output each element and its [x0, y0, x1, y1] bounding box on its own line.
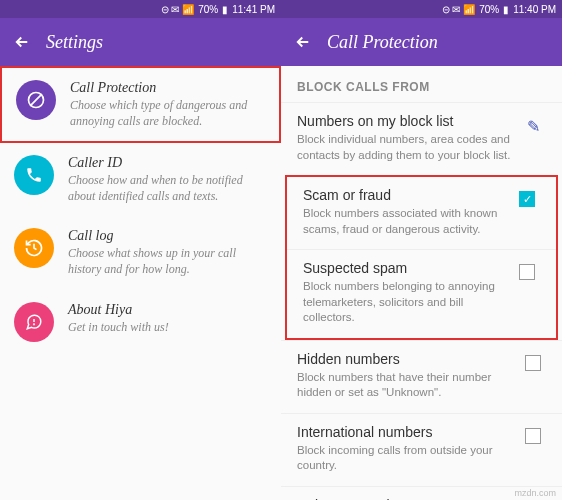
edit-icon[interactable]: ✎: [527, 117, 540, 136]
settings-item-about[interactable]: About Hiya Get in touch with us!: [0, 290, 281, 354]
item-title: Caller ID: [68, 155, 267, 171]
phone-icon: [14, 155, 54, 195]
right-screen: ⊝ ✉ 📶 70% ▮ 11:40 PM Call Protection BLO…: [281, 0, 562, 500]
pref-hidden-numbers[interactable]: Hidden numbers Block numbers that have t…: [281, 340, 562, 413]
pref-title: Hidden numbers: [297, 351, 512, 367]
checkbox-spam[interactable]: [519, 264, 535, 280]
item-desc: Get in touch with us!: [68, 320, 267, 336]
status-bar-right: ⊝ ✉ 📶 70% ▮ 11:40 PM: [281, 0, 562, 18]
appbar-title: Settings: [46, 32, 103, 53]
pref-title: Scam or fraud: [303, 187, 506, 203]
battery-icon: ▮: [503, 4, 509, 15]
shield-slash-icon: [16, 80, 56, 120]
pref-desc: Block individual numbers, area codes and…: [297, 132, 512, 163]
item-desc: Choose how and when to be notified about…: [68, 173, 267, 204]
item-title: Call Protection: [70, 80, 265, 96]
settings-item-caller-id[interactable]: Caller ID Choose how and when to be noti…: [0, 143, 281, 216]
app-bar-right: Call Protection: [281, 18, 562, 66]
pref-suspected-spam[interactable]: Suspected spam Block numbers belonging t…: [287, 249, 556, 338]
pref-international[interactable]: International numbers Block incoming cal…: [281, 413, 562, 486]
pref-desc: Block numbers belonging to annoying tele…: [303, 279, 506, 326]
battery-text: 70%: [198, 4, 218, 15]
status-icons: ⊝ ✉ 📶: [161, 4, 195, 15]
pref-block-list[interactable]: Numbers on my block list Block individua…: [281, 102, 562, 175]
battery-icon: ▮: [222, 4, 228, 15]
item-desc: Choose which type of dangerous and annoy…: [70, 98, 265, 129]
settings-item-call-protection[interactable]: Call Protection Choose which type of dan…: [0, 66, 281, 143]
chat-alert-icon: [14, 302, 54, 342]
app-bar-left: Settings: [0, 18, 281, 66]
section-header: BLOCK CALLS FROM: [281, 66, 562, 102]
pref-title: Numbers on my block list: [297, 113, 512, 129]
clock-text: 11:41 PM: [232, 4, 275, 15]
highlighted-prefs: Scam or fraud Block numbers associated w…: [285, 175, 558, 340]
settings-item-call-log[interactable]: Call log Choose what shows up in your ca…: [0, 216, 281, 289]
history-icon: [14, 228, 54, 268]
item-desc: Choose what shows up in your call histor…: [68, 246, 267, 277]
appbar-title: Call Protection: [327, 32, 438, 53]
back-button[interactable]: [10, 30, 34, 54]
clock-text: 11:40 PM: [513, 4, 556, 15]
pref-title: International numbers: [297, 424, 512, 440]
svg-point-3: [34, 323, 35, 324]
checkbox-scam[interactable]: [519, 191, 535, 207]
item-title: About Hiya: [68, 302, 267, 318]
pref-desc: Block incoming calls from outside your c…: [297, 443, 512, 474]
left-screen: ⊝ ✉ 📶 70% ▮ 11:41 PM Settings Call Prote…: [0, 0, 281, 500]
status-bar-left: ⊝ ✉ 📶 70% ▮ 11:41 PM: [0, 0, 281, 18]
pref-title: Suspected spam: [303, 260, 506, 276]
checkbox-hidden[interactable]: [525, 355, 541, 371]
back-button[interactable]: [291, 30, 315, 54]
pref-desc: Block numbers associated with known scam…: [303, 206, 506, 237]
item-title: Call log: [68, 228, 267, 244]
pref-desc: Block numbers that have their number hid…: [297, 370, 512, 401]
watermark: mzdn.com: [514, 488, 556, 498]
settings-list: Call Protection Choose which type of dan…: [0, 66, 281, 500]
checkbox-intl[interactable]: [525, 428, 541, 444]
svg-line-1: [30, 94, 42, 106]
pref-scam-fraud[interactable]: Scam or fraud Block numbers associated w…: [287, 177, 556, 249]
battery-text: 70%: [479, 4, 499, 15]
call-protection-list: BLOCK CALLS FROM Numbers on my block lis…: [281, 66, 562, 500]
status-icons: ⊝ ✉ 📶: [442, 4, 476, 15]
